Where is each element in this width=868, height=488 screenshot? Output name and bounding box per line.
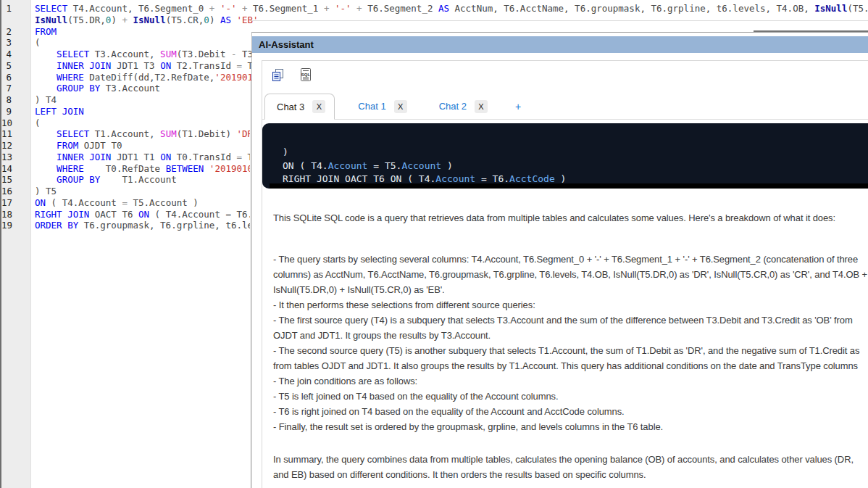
panel-toolbar: SQL bbox=[262, 61, 868, 85]
line-number: 3 bbox=[1, 37, 12, 49]
line-number: 17 bbox=[1, 197, 12, 209]
panel-title: AI-Assistant bbox=[259, 39, 314, 50]
snippet-line: ) bbox=[283, 146, 868, 160]
message-line: - The query starts by selecting several … bbox=[273, 252, 868, 267]
tab-chat-3[interactable]: Chat 3X bbox=[264, 94, 335, 120]
line-number: 19 bbox=[1, 220, 12, 231]
tab-chat-1[interactable]: Chat 1X bbox=[346, 94, 415, 119]
tab-chat-2[interactable]: Chat 2X bbox=[427, 94, 496, 119]
top-right-window-edge bbox=[754, 30, 868, 32]
tab-label: Chat 3 bbox=[277, 102, 304, 112]
copy-icon bbox=[272, 68, 285, 85]
message-summary-line: In summary, the query combines data from… bbox=[273, 452, 868, 467]
line-number: 18 bbox=[1, 209, 12, 220]
sql-script-icon: SQL bbox=[299, 68, 313, 85]
message-line: - The first source query (T4) is a subqu… bbox=[273, 313, 868, 328]
new-tab-label: + bbox=[515, 101, 521, 112]
message-summary: In summary, the query combines data from… bbox=[273, 452, 868, 482]
line-number: 8 bbox=[1, 94, 12, 106]
snippet-line: ON ( T4.Account = T5.Account ) bbox=[283, 160, 868, 173]
tab-label: Chat 2 bbox=[439, 101, 467, 112]
line-number: 13 bbox=[1, 152, 12, 163]
line-number bbox=[1, 15, 12, 26]
ai-assistant-panel: AI-Assistant bbox=[251, 32, 868, 488]
message-line: - The second source query (T5) is anothe… bbox=[273, 343, 868, 358]
message-line: - T5 is left joined on T4 based on the e… bbox=[273, 389, 868, 404]
message-line: - It then performs these selections from… bbox=[273, 297, 868, 313]
chat-message: This SQLite SQL code is a query that ret… bbox=[262, 210, 868, 482]
sql-script-button[interactable]: SQL bbox=[297, 67, 314, 85]
svg-text:SQL: SQL bbox=[301, 73, 310, 77]
line-number: 1 bbox=[1, 3, 12, 15]
line-number: 5 bbox=[1, 60, 12, 72]
message-line: - T6 is right joined on T4 based on the … bbox=[273, 404, 868, 419]
panel-content-box: SQL Chat 3XChat 1XChat 2X + )ON ( T4.Acc… bbox=[262, 60, 868, 488]
chat-tab-bar: Chat 3XChat 1XChat 2X + bbox=[262, 94, 868, 120]
message-line: columns) as AcctNum, T6.AcctName, T6.gro… bbox=[273, 267, 868, 282]
tab-close-button[interactable]: X bbox=[312, 100, 325, 113]
sql-preview-code-block: )ON ( T4.Account = T5.Account )RIGHT JOI… bbox=[262, 123, 868, 189]
sql-preview-scrollbar[interactable] bbox=[270, 183, 868, 189]
message-line: from tables OJDT and JDT1. It also group… bbox=[273, 358, 868, 373]
message-body: - The query starts by selecting several … bbox=[273, 252, 868, 434]
line-number: 14 bbox=[1, 163, 12, 175]
line-number: 6 bbox=[1, 72, 12, 83]
tab-label: Chat 1 bbox=[358, 101, 385, 112]
message-intro-line: This SQLite SQL code is a query that ret… bbox=[273, 210, 868, 226]
message-line: - Finally, the result set is ordered by … bbox=[273, 419, 868, 434]
line-number: 4 bbox=[1, 49, 12, 60]
panel-top-shadow-line bbox=[251, 20, 868, 21]
code-line: 1SELECT T4.Account, T6.Segment_0 + '-' +… bbox=[1, 3, 868, 15]
new-tab-button[interactable]: + bbox=[515, 94, 521, 119]
line-number: 11 bbox=[1, 128, 12, 140]
message-line: OJDT and JDT1. It groups the results by … bbox=[273, 328, 868, 343]
message-line: - The join conditions are as follows: bbox=[273, 373, 868, 389]
message-line: IsNull(T5.DR,0) + IsNull(T5.CR,0) as 'EB… bbox=[273, 282, 868, 297]
panel-title-bar[interactable]: AI-Assistant bbox=[252, 36, 868, 53]
line-number: 10 bbox=[1, 117, 12, 129]
tab-close-button[interactable]: X bbox=[475, 100, 488, 113]
line-number: 9 bbox=[1, 106, 12, 117]
tab-close-button[interactable]: X bbox=[394, 100, 407, 113]
message-summary-line: and EB) based on different conditions. I… bbox=[273, 467, 868, 482]
line-number: 7 bbox=[1, 83, 12, 94]
line-number: 16 bbox=[1, 186, 12, 197]
line-number: 2 bbox=[1, 26, 12, 38]
line-number: 15 bbox=[1, 174, 12, 186]
copy-button[interactable] bbox=[270, 67, 287, 85]
line-number: 12 bbox=[1, 140, 12, 152]
